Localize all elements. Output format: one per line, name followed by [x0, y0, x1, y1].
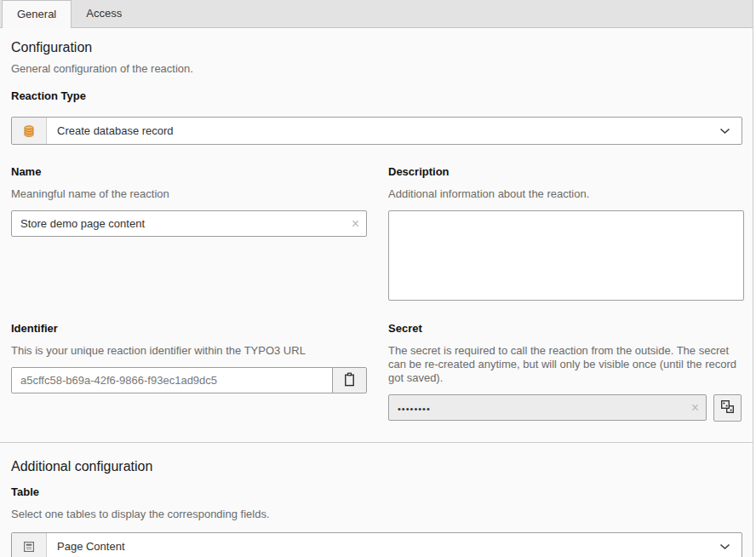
- chevron-down-icon: [719, 118, 742, 144]
- table-value: Page Content: [47, 533, 719, 557]
- dice-icon: [720, 399, 735, 416]
- section-additional: Additional configuration Table Select on…: [0, 442, 753, 557]
- description-label: Description: [388, 165, 744, 179]
- reaction-type-value: Create database record: [47, 118, 719, 144]
- name-label: Name: [11, 165, 367, 179]
- additional-title: Additional configuration: [11, 458, 744, 474]
- identifier-label: Identifier: [11, 322, 367, 336]
- section-subtitle: General configuration of the reaction.: [11, 62, 744, 76]
- clear-icon[interactable]: ×: [352, 217, 359, 231]
- table-label: Table: [11, 485, 744, 499]
- reaction-type-select[interactable]: Create database record: [11, 117, 742, 145]
- tab-access-label: Access: [86, 7, 122, 20]
- description-textarea[interactable]: [388, 210, 744, 301]
- secret-help: The secret is required to call the react…: [388, 344, 744, 385]
- name-input[interactable]: [11, 210, 367, 237]
- clipboard-icon: [343, 372, 356, 389]
- database-icon: [12, 118, 47, 144]
- secret-input: [388, 394, 707, 421]
- content-icon: [12, 533, 47, 557]
- field-description: Description Additional information about…: [388, 165, 744, 303]
- tab-bar: General Access: [0, 0, 753, 28]
- field-name: Name Meaningful name of the reaction ×: [11, 165, 367, 303]
- table-help: Select one tables to display the corresp…: [11, 508, 744, 521]
- section-configuration: Configuration General configuration of t…: [0, 28, 753, 422]
- identifier-help: This is your unique reaction identifier …: [11, 344, 367, 358]
- field-identifier: Identifier This is your unique reaction …: [11, 322, 367, 422]
- identifier-input[interactable]: [11, 367, 333, 393]
- clear-icon[interactable]: ×: [691, 401, 699, 415]
- secret-label: Secret: [388, 322, 744, 336]
- copy-button[interactable]: [332, 367, 367, 393]
- tab-general-label: General: [17, 8, 56, 20]
- name-help: Meaningful name of the reaction: [11, 187, 367, 201]
- table-select[interactable]: Page Content: [11, 532, 742, 557]
- form-panel: General Access Configuration General con…: [0, 0, 753, 557]
- tab-access[interactable]: Access: [72, 0, 136, 27]
- field-secret: Secret The secret is required to call th…: [388, 322, 744, 422]
- regenerate-secret-button[interactable]: [713, 394, 742, 422]
- description-help: Additional information about the reactio…: [388, 187, 744, 201]
- reaction-type-label: Reaction Type: [11, 89, 744, 103]
- chevron-down-icon: [719, 533, 742, 557]
- tab-general[interactable]: General: [2, 0, 72, 28]
- section-title: Configuration: [11, 39, 744, 55]
